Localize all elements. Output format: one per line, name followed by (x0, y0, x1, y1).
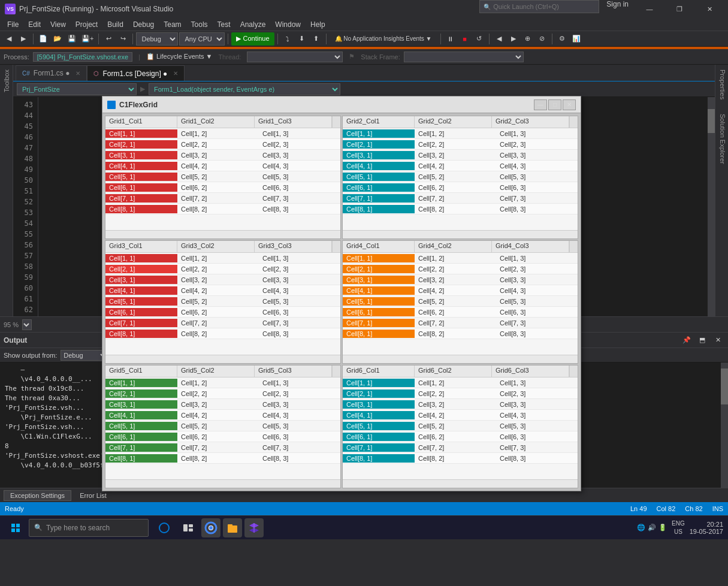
open-file-button[interactable]: 📂 (51, 32, 64, 46)
grid4-row8[interactable]: Cell[8, 1]Cell[8, 2]Cell[8, 3] (343, 328, 578, 339)
grid3-row8[interactable]: Cell[8, 1]Cell[8, 2]Cell[8, 3] (105, 328, 340, 339)
grid2-row3[interactable]: Cell[3, 1]Cell[3, 2]Cell[3, 3] (343, 150, 578, 161)
step-over-button[interactable]: ⤵ (281, 32, 294, 46)
grid1-row3[interactable]: Cell[3, 1]Cell[3, 2]Cell[3, 3] (105, 150, 340, 161)
grid2-row4[interactable]: Cell[4, 1]Cell[4, 2]Cell[4, 3] (343, 161, 578, 171)
menu-team[interactable]: Team (159, 18, 186, 31)
grid1-row8[interactable]: Cell[8, 1]Cell[8, 2]Cell[8, 3] (105, 204, 340, 215)
stack-frame-dropdown[interactable] (404, 52, 524, 62)
grid6-row3[interactable]: Cell[3, 1]Cell[3, 2]Cell[3, 3] (343, 399, 578, 410)
grid2-row5[interactable]: Cell[5, 1]Cell[5, 2]Cell[5, 3] (343, 171, 578, 182)
file-explorer-icon[interactable] (223, 518, 242, 537)
taskbar-search[interactable]: 🔍 Type here to search (29, 519, 149, 537)
pause-button[interactable]: ⏸ (444, 32, 457, 46)
back-button[interactable]: ◀ (2, 32, 16, 46)
grid2-row8[interactable]: Cell[8, 1]Cell[8, 2]Cell[8, 3] (343, 204, 578, 215)
output-pin-button[interactable]: 📌 (680, 334, 693, 347)
grid6-row2[interactable]: Cell[2, 1]Cell[2, 2]Cell[2, 3] (343, 388, 578, 399)
method-dropdown[interactable]: Form1_Load(object sender, EventArgs e) (149, 83, 340, 95)
grid6-row8[interactable]: Cell[8, 1]Cell[8, 2]Cell[8, 3] (343, 453, 578, 464)
grid3-row1[interactable]: Cell[1, 1]Cell[1, 2]Cell[1, 3] (105, 253, 340, 264)
menu-window[interactable]: Window (270, 18, 306, 31)
debug-toolbar2[interactable]: ▶ (507, 32, 520, 46)
grid4-row5[interactable]: Cell[5, 1]Cell[5, 2]Cell[5, 3] (343, 296, 578, 307)
tab-form1cs-close[interactable]: ✕ (75, 70, 80, 77)
output-close-button[interactable]: ✕ (711, 334, 724, 347)
grid1-row4[interactable]: Cell[4, 1]Cell[4, 2]Cell[4, 3] (105, 161, 340, 171)
class-dropdown[interactable]: Prj_FontSize (17, 83, 137, 95)
tab-form1cs[interactable]: C# Form1.cs ● ✕ (16, 65, 87, 81)
menu-project[interactable]: Project (71, 18, 102, 31)
output-float-button[interactable]: ⬒ (696, 334, 709, 347)
menu-debug[interactable]: Debug (128, 18, 159, 31)
grid1-vscroll[interactable] (332, 116, 340, 128)
task-view-icon[interactable] (177, 517, 199, 539)
grid4-row1[interactable]: Cell[1, 1]Cell[1, 2]Cell[1, 3] (343, 253, 578, 264)
platform-dropdown[interactable]: Any CPU (179, 32, 225, 46)
grid2-vscroll[interactable] (569, 116, 578, 128)
menu-help[interactable]: Help (306, 18, 330, 31)
grid4-row4[interactable]: Cell[4, 1]Cell[4, 2]Cell[4, 3] (343, 285, 578, 296)
quick-launch-input[interactable] (493, 3, 589, 10)
chrome-icon[interactable] (201, 518, 220, 537)
debug-config-dropdown[interactable]: Debug (136, 32, 178, 46)
menu-view[interactable]: View (46, 18, 71, 31)
minimize-button[interactable]: — (636, 0, 663, 18)
grid5-row8[interactable]: Cell[8, 1]Cell[8, 2]Cell[8, 3] (105, 453, 340, 464)
grid3-row6[interactable]: Cell[6, 1]Cell[6, 2]Cell[6, 3] (105, 307, 340, 318)
debug-toolbar4[interactable]: ⊘ (536, 32, 549, 46)
editor-scrollbar[interactable] (708, 97, 715, 316)
solution-explorer-label[interactable]: Solution Explorer (715, 109, 728, 169)
grid4-row7[interactable]: Cell[7, 1]Cell[7, 2]Cell[7, 3] (343, 318, 578, 328)
redo-button[interactable]: ↪ (116, 32, 129, 46)
grid2-row7[interactable]: Cell[7, 1]Cell[7, 2]Cell[7, 3] (343, 193, 578, 204)
grid3-vscroll[interactable] (332, 241, 340, 252)
menu-edit[interactable]: Edit (23, 18, 46, 31)
fw-close-btn[interactable]: ✕ (563, 99, 576, 110)
grid6-row5[interactable]: Cell[5, 1]Cell[5, 2]Cell[5, 3] (343, 421, 578, 431)
stop-button[interactable]: ■ (458, 32, 472, 46)
grid1-row1[interactable]: Cell[1, 1]Cell[1, 2]Cell[1, 3] (105, 128, 340, 139)
tab-form1cs-design[interactable]: ⬡ Form1.cs [Design] ● ✕ (87, 65, 185, 81)
tab-design-close[interactable]: ✕ (173, 70, 178, 77)
error-list-tab[interactable]: Error List (74, 491, 113, 500)
grid5-row5[interactable]: Cell[5, 1]Cell[5, 2]Cell[5, 3] (105, 421, 340, 431)
exception-settings-tab[interactable]: Exception Settings (4, 490, 71, 501)
menu-build[interactable]: Build (102, 18, 128, 31)
grid4-vscroll[interactable] (569, 241, 578, 252)
grid2-row1[interactable]: Cell[1, 1]Cell[1, 2]Cell[1, 3] (343, 128, 578, 139)
menu-analyze[interactable]: Analyze (235, 18, 271, 31)
grid1-row6[interactable]: Cell[6, 1]Cell[6, 2]Cell[6, 3] (105, 182, 340, 193)
grid4-row2[interactable]: Cell[2, 1]Cell[2, 2]Cell[2, 3] (343, 264, 578, 274)
grid2-row2[interactable]: Cell[2, 1]Cell[2, 2]Cell[2, 3] (343, 139, 578, 150)
grid6-vscroll[interactable] (569, 366, 578, 377)
grid6-row1[interactable]: Cell[1, 1]Cell[1, 2]Cell[1, 3] (343, 377, 578, 388)
grid5-row3[interactable]: Cell[3, 1]Cell[3, 2]Cell[3, 3] (105, 399, 340, 410)
close-button[interactable]: ✕ (696, 0, 723, 18)
grid5-row7[interactable]: Cell[7, 1]Cell[7, 2]Cell[7, 3] (105, 442, 340, 453)
grid1-row7[interactable]: Cell[7, 1]Cell[7, 2]Cell[7, 3] (105, 193, 340, 204)
grid5-row2[interactable]: Cell[2, 1]Cell[2, 2]Cell[2, 3] (105, 388, 340, 399)
app-insights-button[interactable]: 🔔 No Application Insights Events ▼ (330, 32, 437, 46)
grid3-row5[interactable]: Cell[5, 1]Cell[5, 2]Cell[5, 3] (105, 296, 340, 307)
grid1-row2[interactable]: Cell[2, 1]Cell[2, 2]Cell[2, 3] (105, 139, 340, 150)
thread-dropdown[interactable] (247, 52, 343, 62)
debug-toolbar1[interactable]: ◀ (493, 32, 506, 46)
cortana-icon[interactable] (153, 517, 175, 539)
grid4-row6[interactable]: Cell[6, 1]Cell[6, 2]Cell[6, 3] (343, 307, 578, 318)
save-all-button[interactable]: 💾+ (80, 32, 95, 46)
menu-file[interactable]: File (2, 18, 23, 31)
grid1-row5[interactable]: Cell[5, 1]Cell[5, 2]Cell[5, 3] (105, 171, 340, 182)
step-into-button[interactable]: ⬇ (295, 32, 309, 46)
fw-minimize-btn[interactable]: — (534, 99, 547, 110)
grid3-row3[interactable]: Cell[3, 1]Cell[3, 2]Cell[3, 3] (105, 274, 340, 285)
debug-toolbar3[interactable]: ⊕ (521, 32, 534, 46)
grid3-row2[interactable]: Cell[2, 1]Cell[2, 2]Cell[2, 3] (105, 264, 340, 274)
properties-label[interactable]: Properties (715, 65, 728, 104)
lifecycle-button[interactable]: 📋 Lifecycle Events ▼ (146, 53, 212, 61)
zoom-dropdown[interactable] (22, 319, 32, 330)
vs-taskbar-icon[interactable] (244, 518, 264, 537)
undo-button[interactable]: ↩ (102, 32, 115, 46)
extra-toolbar1[interactable]: ⚙ (555, 32, 569, 46)
grid3-row7[interactable]: Cell[7, 1]Cell[7, 2]Cell[7, 3] (105, 318, 340, 328)
